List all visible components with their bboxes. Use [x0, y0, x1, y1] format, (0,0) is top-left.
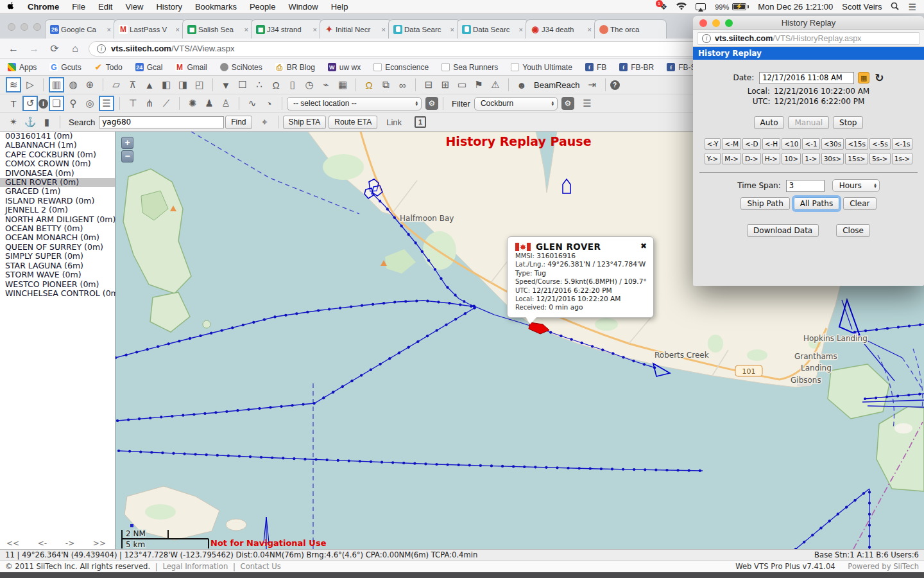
run-icon[interactable]: ▷ [22, 78, 38, 92]
bookmark-apps[interactable]: Apps [8, 63, 37, 72]
page-info-icon[interactable]: i [702, 34, 711, 43]
tab-lastpass[interactable]: M LastPass V × [114, 19, 186, 39]
flag-icon[interactable]: ⚑ [471, 78, 486, 92]
step-back-year-button[interactable]: <-Y [705, 138, 721, 150]
tab-close-icon[interactable]: × [586, 26, 593, 33]
vessel-row[interactable]: 003160141 (0m) [0, 132, 115, 141]
menu-window[interactable]: Window [282, 2, 324, 12]
bookmark-fb-br[interactable]: fFB-BR [619, 63, 654, 72]
tab-the-orca[interactable]: The orca [594, 19, 667, 39]
menubar-user[interactable]: Scott Veirs [842, 2, 882, 12]
refresh-icon[interactable]: ↻ [875, 71, 884, 84]
satellite-icon[interactable]: ✴ [6, 115, 21, 129]
bookmark-gcal[interactable]: 24Gcal [135, 63, 163, 72]
menu-bookmarks[interactable]: Bookmarks [189, 2, 243, 12]
step-fwd-year-button[interactable]: Y-> [705, 153, 721, 164]
tab-initial-necropsy[interactable]: ✦ Initial Necr × [320, 19, 392, 39]
step-fwd-1min-button[interactable]: 1-> [802, 153, 819, 164]
battery-indicator[interactable]: 99% ⚡ [715, 3, 749, 11]
vessel-row[interactable]: DIVONASEA (0m) [0, 169, 115, 178]
ruler-icon[interactable]: ⟋ [158, 96, 174, 110]
warning-icon[interactable]: ⚠ [488, 78, 503, 92]
menu-view[interactable]: View [119, 2, 150, 12]
port-building-icon[interactable]: ▦ [335, 78, 350, 92]
step-back-15s-button[interactable]: <15s [845, 138, 868, 150]
step-back-day-button[interactable]: <-D [742, 138, 761, 150]
address-bar[interactable]: i vts.siitech.com/VTS/HistoryReplay.aspx [697, 32, 920, 45]
vessel-row[interactable]: NORTH ARM DILIGENT (0m) [0, 215, 115, 224]
wifi-icon[interactable] [676, 2, 687, 12]
airplay-icon[interactable] [696, 3, 706, 10]
undo-icon[interactable]: ↺ [22, 96, 38, 111]
tab-close-icon[interactable]: × [175, 26, 181, 33]
chart-icon[interactable]: ∿ [244, 96, 260, 110]
vessel-row[interactable]: ISLAND REWARD (0m) [0, 197, 115, 206]
help-icon[interactable]: ? [610, 80, 620, 90]
tab-close-icon[interactable]: × [243, 26, 250, 33]
vessel-row[interactable]: CAPE COCKBURN (0m) [0, 150, 115, 159]
time-span-input[interactable] [786, 180, 825, 192]
location-select[interactable]: -- select location -- ▴▾ [287, 97, 422, 110]
vessel-row[interactable]: OCEAN BETTY (0m) [0, 224, 115, 233]
step-back-hour-button[interactable]: <-H [762, 138, 780, 150]
lamp-off-icon[interactable]: ♙ [218, 96, 234, 110]
filter-select[interactable]: Cockburn ▴▾ [474, 97, 558, 110]
copy-docs-icon[interactable]: ⧉ [378, 78, 393, 92]
step-fwd-5s-button[interactable]: 5s-> [869, 153, 891, 164]
zoom-fit-icon[interactable]: ⊼ [125, 78, 141, 92]
select-area-icon[interactable]: ☐ [235, 78, 250, 92]
vessel-row[interactable]: STAR LAGUNA (6m) [0, 261, 115, 270]
close-button[interactable]: Close [836, 224, 870, 237]
legal-link[interactable]: Legal Information [162, 562, 228, 571]
forward-icon[interactable]: → [27, 43, 41, 55]
tab-data-search-2[interactable]: Data Searc × [457, 19, 529, 39]
popup-close-icon[interactable]: ✖ [640, 241, 647, 250]
vessel-row[interactable]: STORM WAVE (0m) [0, 270, 115, 279]
tab-j34-death[interactable]: ◉ J34 death × [526, 19, 598, 39]
history-replay-titlebar[interactable]: History Replay [693, 16, 924, 30]
map-zoom-in-button[interactable]: + [121, 137, 133, 149]
link-label[interactable]: Link [386, 118, 402, 127]
globe-icon[interactable]: ◍ [65, 78, 81, 92]
step-back-1s-button[interactable]: <-1s [892, 138, 913, 150]
filter-funnel-icon[interactable]: ▼ [218, 78, 234, 92]
step-fwd-30s-button[interactable]: 30s> [821, 153, 844, 164]
vessel-row[interactable]: GRACED (1m) [0, 187, 115, 196]
pager-first[interactable]: << [6, 539, 19, 548]
label-tool-icon[interactable]: ❏ [49, 96, 64, 111]
alert-bell-icon[interactable]: Ω [361, 78, 377, 92]
step-back-5s-button[interactable]: <-5s [869, 138, 891, 150]
info-icon[interactable]: i [38, 99, 48, 109]
tab-close-icon[interactable]: × [106, 26, 112, 33]
signals-icon[interactable]: ⋔ [142, 96, 157, 110]
road-view-icon[interactable]: ▥ [49, 77, 64, 92]
tab-j34-strand[interactable]: ▦ J34 strand × [251, 19, 323, 39]
globe-grid-icon[interactable]: ⊕ [82, 78, 98, 92]
step-fwd-15s-button[interactable]: 15s> [845, 153, 868, 164]
tab-data-search-1[interactable]: Data Searc × [388, 19, 461, 39]
filter-settings-gear-icon[interactable]: ⚙ [561, 97, 574, 110]
bookmark-fb[interactable]: fFB [585, 63, 606, 72]
step-back-30s-button[interactable]: <30s [821, 138, 844, 150]
step-back-1min-button[interactable]: <-1 [802, 138, 819, 150]
map-icon[interactable]: ▱ [108, 78, 124, 92]
menu-app-name[interactable]: Chrome [21, 2, 65, 12]
bookmark-uw-wx[interactable]: Wuw wx [328, 63, 361, 72]
step-back-month-button[interactable]: <-M [722, 138, 741, 150]
report-doc-icon[interactable]: ▯ [285, 78, 300, 92]
lamp-on-icon[interactable]: ✺ [185, 96, 200, 110]
contact-link[interactable]: Contact Us [241, 562, 281, 571]
date-input[interactable] [759, 72, 854, 84]
bookmark-br-blog[interactable]: ⎙BR Blog [275, 63, 315, 72]
stop-button[interactable]: Stop [833, 116, 863, 129]
zoom-prev-icon[interactable]: ◧ [158, 78, 174, 92]
vessel-row[interactable]: QUEEN OF SURREY (0m) [0, 243, 115, 252]
text-tool-icon[interactable]: T [6, 96, 21, 110]
menu-people[interactable]: People [243, 2, 282, 12]
track-points-icon[interactable]: ∴ [252, 78, 267, 92]
home-icon[interactable]: ⌂ [68, 43, 82, 55]
page-window-icon[interactable]: 1 [415, 116, 426, 128]
menu-edit[interactable]: Edit [92, 2, 119, 12]
zoom-area-icon[interactable]: ▲ [142, 78, 157, 92]
vessel-row-selected[interactable]: GLEN ROVER (0m) [0, 178, 115, 187]
